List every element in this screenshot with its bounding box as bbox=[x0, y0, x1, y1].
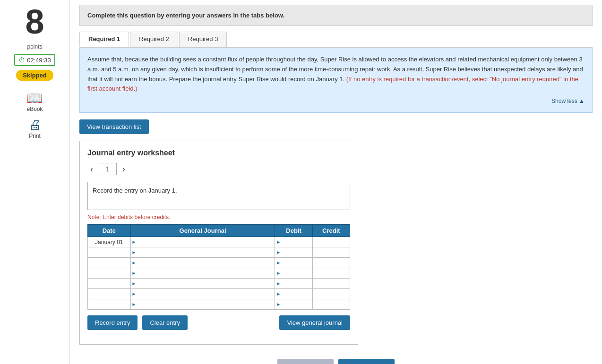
table-row: ► ► bbox=[88, 289, 350, 299]
gj-input-6[interactable] bbox=[138, 289, 274, 299]
credit-cell-2[interactable] bbox=[312, 247, 350, 258]
arrow-icon: ► bbox=[132, 302, 137, 307]
arrow-icon: ► bbox=[276, 239, 281, 245]
credit-cell-1[interactable] bbox=[312, 237, 350, 247]
question-number: 8 bbox=[25, 5, 44, 39]
date-cell-4 bbox=[88, 268, 131, 279]
gj-input-5[interactable] bbox=[138, 279, 274, 288]
gj-input-2[interactable] bbox=[138, 247, 274, 257]
main-content: Complete this question by entering your … bbox=[70, 0, 602, 364]
table-row: ► ► bbox=[88, 279, 350, 289]
gj-input-3[interactable] bbox=[138, 258, 274, 268]
next-page-button[interactable]: › bbox=[120, 163, 128, 175]
next-required-button[interactable]: Required 2 › bbox=[338, 359, 395, 364]
credit-input-4[interactable] bbox=[313, 268, 350, 278]
tab-required-3[interactable]: Required 3 bbox=[179, 32, 227, 47]
page-navigation: ‹ 1 › bbox=[87, 163, 350, 175]
show-less-button[interactable]: Show less ▲ bbox=[87, 97, 585, 106]
credit-cell-4[interactable] bbox=[312, 268, 350, 279]
ebook-icon: 📖 bbox=[26, 90, 43, 106]
gj-input-7[interactable] bbox=[138, 299, 274, 309]
debit-cell-4[interactable]: ► bbox=[275, 268, 312, 279]
journal-entry-worksheet: Journal entry worksheet ‹ 1 › Record the… bbox=[79, 141, 358, 345]
table-row: January 01 ► ► bbox=[88, 237, 350, 247]
col-general-journal: General Journal bbox=[130, 225, 275, 237]
credit-cell-7[interactable] bbox=[312, 299, 350, 310]
record-note: Record the entry on January 1. bbox=[87, 182, 350, 210]
credit-input-3[interactable] bbox=[313, 258, 350, 268]
arrow-icon: ► bbox=[132, 281, 137, 286]
gj-cell-1[interactable]: ► bbox=[130, 237, 275, 247]
gj-cell-3[interactable]: ► bbox=[130, 258, 275, 268]
gj-cell-2[interactable]: ► bbox=[130, 247, 275, 258]
credit-cell-6[interactable] bbox=[312, 289, 350, 299]
journal-table: Date General Journal Debit Credit Januar… bbox=[87, 224, 350, 310]
arrow-icon: ► bbox=[132, 260, 137, 265]
debit-input-2[interactable] bbox=[282, 247, 311, 257]
bottom-navigation: ‹ Required 1 Required 2 › bbox=[79, 354, 593, 364]
prev-required-button[interactable]: ‹ Required 1 bbox=[277, 359, 334, 364]
arrow-icon: ► bbox=[276, 302, 281, 307]
arrow-icon: ► bbox=[276, 260, 281, 265]
col-date: Date bbox=[88, 225, 131, 237]
debit-input-6[interactable] bbox=[282, 289, 311, 299]
ebook-label: eBook bbox=[26, 106, 43, 112]
credit-input-2[interactable] bbox=[313, 247, 350, 257]
credit-cell-3[interactable] bbox=[312, 258, 350, 268]
gj-cell-5[interactable]: ► bbox=[130, 279, 275, 289]
timer-display: 02:49:33 bbox=[27, 57, 51, 64]
print-button[interactable]: 🖨 Print bbox=[28, 117, 42, 139]
clear-entry-button[interactable]: Clear entry bbox=[142, 315, 188, 330]
record-entry-button[interactable]: Record entry bbox=[87, 315, 138, 330]
credit-input-6[interactable] bbox=[313, 289, 350, 299]
arrow-icon: ► bbox=[276, 250, 281, 255]
timer-badge: ⏱ 02:49:33 bbox=[14, 54, 55, 66]
debit-input-4[interactable] bbox=[282, 268, 311, 278]
view-transaction-button[interactable]: View transaction list bbox=[79, 119, 149, 134]
tab-required-2[interactable]: Required 2 bbox=[130, 32, 178, 47]
debit-cell-1[interactable]: ► bbox=[275, 237, 312, 247]
debit-input-3[interactable] bbox=[282, 258, 311, 268]
date-cell-6 bbox=[88, 289, 131, 299]
points-label: points bbox=[27, 43, 42, 50]
gj-input-4[interactable] bbox=[138, 268, 274, 278]
ebook-button[interactable]: 📖 eBook bbox=[26, 90, 43, 112]
table-row: ► ► bbox=[88, 247, 350, 258]
debit-input-7[interactable] bbox=[282, 299, 311, 309]
credit-input-5[interactable] bbox=[313, 279, 350, 288]
debit-input-1[interactable] bbox=[282, 237, 311, 247]
debit-cell-3[interactable]: ► bbox=[275, 258, 312, 268]
tab-required-1[interactable]: Required 1 bbox=[79, 32, 129, 47]
date-cell-5 bbox=[88, 279, 131, 289]
gj-input-1[interactable] bbox=[138, 237, 274, 247]
content-area: Assume that, because the building sees a… bbox=[79, 48, 593, 113]
timer-icon: ⏱ bbox=[18, 56, 25, 64]
col-credit: Credit bbox=[312, 225, 350, 237]
instruction-text: Complete this question by entering your … bbox=[87, 12, 284, 19]
sidebar: 8 points ⏱ 02:49:33 Skipped 📖 eBook 🖨 Pr… bbox=[0, 0, 70, 364]
date-cell-1: January 01 bbox=[88, 237, 131, 247]
credit-input-1[interactable] bbox=[313, 237, 350, 247]
gj-cell-7[interactable]: ► bbox=[130, 299, 275, 310]
action-buttons: Record entry Clear entry View general jo… bbox=[87, 315, 350, 337]
debit-input-5[interactable] bbox=[282, 279, 311, 288]
arrow-icon: ► bbox=[276, 291, 281, 296]
debit-cell-7[interactable]: ► bbox=[275, 299, 312, 310]
gj-cell-4[interactable]: ► bbox=[130, 268, 275, 279]
debit-cell-5[interactable]: ► bbox=[275, 279, 312, 289]
credit-input-7[interactable] bbox=[313, 299, 350, 309]
worksheet-title: Journal entry worksheet bbox=[87, 149, 350, 157]
debit-cell-6[interactable]: ► bbox=[275, 289, 312, 299]
table-row: ► ► bbox=[88, 299, 350, 310]
debit-cell-2[interactable]: ► bbox=[275, 247, 312, 258]
tabs-container: Required 1 Required 2 Required 3 bbox=[79, 32, 593, 48]
arrow-icon: ► bbox=[276, 271, 281, 276]
view-general-journal-button[interactable]: View general journal bbox=[279, 315, 350, 330]
col-debit: Debit bbox=[275, 225, 312, 237]
arrow-icon: ► bbox=[132, 291, 137, 296]
debit-credit-note: Note: Enter debits before credits. bbox=[87, 214, 350, 220]
gj-cell-6[interactable]: ► bbox=[130, 289, 275, 299]
credit-cell-5[interactable] bbox=[312, 279, 350, 289]
prev-page-button[interactable]: ‹ bbox=[87, 163, 96, 175]
date-cell-3 bbox=[88, 258, 131, 268]
